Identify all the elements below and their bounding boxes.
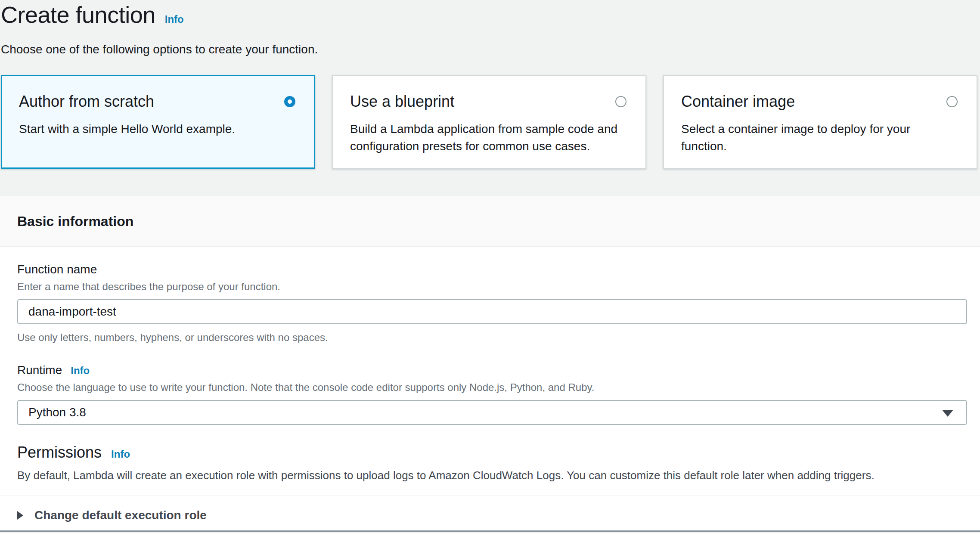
permissions-heading: Permissions [17,443,102,462]
option-card-container-image[interactable]: Container image Select a container image… [663,75,977,169]
radio-selected-icon[interactable] [284,96,295,107]
option-card-description: Start with a simple Hello World example. [19,121,295,138]
basic-information-header: Basic information [0,196,980,247]
option-card-description: Build a Lambda application from sample c… [350,121,626,155]
caret-right-icon [17,511,23,520]
radio-unselected-icon[interactable] [615,96,626,107]
radio-unselected-icon[interactable] [946,96,958,107]
permissions-description: By default, Lambda will create an execut… [17,468,967,483]
basic-information-body: Function name Enter a name that describe… [0,247,980,530]
runtime-label: Runtime [17,363,62,378]
runtime-description: Choose the language to use to write your… [17,381,967,394]
page-header: Create function Info Choose one of the f… [0,0,980,169]
creation-option-cards: Author from scratch Start with a simple … [1,75,980,169]
basic-information-heading: Basic information [17,214,133,229]
option-card-title: Author from scratch [19,93,154,110]
option-card-title: Use a blueprint [350,93,454,110]
option-card-description: Select a container image to deploy for y… [681,121,958,155]
function-name-label: Function name [17,262,967,277]
function-name-constraint: Use only letters, numbers, hyphens, or u… [17,331,967,344]
function-name-description: Enter a name that describes the purpose … [17,280,967,293]
page-subtitle: Choose one of the following options to c… [1,41,980,58]
runtime-info-link[interactable]: Info [71,365,90,377]
page-title-info-link[interactable]: Info [165,13,184,25]
function-name-input[interactable] [17,299,967,324]
change-default-execution-role-expander[interactable]: Change default execution role [17,496,967,523]
permissions-info-link[interactable]: Info [111,448,130,460]
runtime-select[interactable]: Python 3.8 [17,400,967,425]
expander-label: Change default execution role [34,508,207,523]
caret-down-icon [942,410,953,417]
basic-information-panel: Basic information Function name Enter a … [0,196,980,532]
option-card-author-from-scratch[interactable]: Author from scratch Start with a simple … [1,75,315,169]
runtime-selected-value: Python 3.8 [28,406,86,419]
page-title: Create function [1,2,155,28]
option-card-use-a-blueprint[interactable]: Use a blueprint Build a Lambda applicati… [332,75,646,169]
option-card-title: Container image [681,93,795,110]
